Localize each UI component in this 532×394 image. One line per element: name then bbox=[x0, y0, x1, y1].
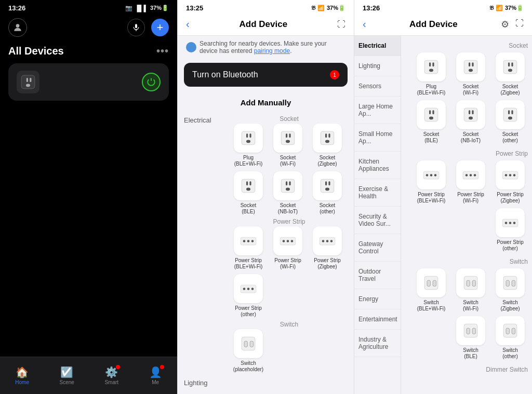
bottom-nav: 🏠 Home ☑️ Scene ⚙️ Smart 👤 Me bbox=[0, 357, 177, 394]
nav-smart[interactable]: ⚙️ Smart bbox=[104, 366, 118, 385]
svg-rect-12 bbox=[286, 133, 287, 138]
list-item[interactable]: Socket(Wi-Fi) bbox=[453, 52, 488, 96]
list-item[interactable]: Socket(BLE) bbox=[414, 100, 449, 144]
p3-sw-wifi-label: Switch(Wi-Fi) bbox=[463, 300, 478, 312]
list-item[interactable]: Socket(NB-IoT) bbox=[270, 171, 305, 215]
scene-icon: ☑️ bbox=[60, 366, 73, 378]
list-item[interactable]: Power Strip(BLE+Wi-Fi) bbox=[231, 226, 266, 270]
add-button[interactable]: + bbox=[151, 19, 169, 36]
expand-button-p2[interactable]: ⛶ bbox=[337, 20, 345, 29]
p3-nav-actions: ⚙ ⛶ bbox=[501, 19, 524, 30]
bluetooth-bar[interactable]: Turn on Bluetooth 1 bbox=[184, 63, 348, 87]
svg-rect-91 bbox=[427, 280, 430, 286]
back-button-p3[interactable]: ‹ bbox=[363, 18, 366, 30]
svg-rect-63 bbox=[429, 110, 431, 114]
list-item[interactable]: Switch(other) bbox=[493, 316, 528, 360]
list-item[interactable]: Switch(Wi-Fi) bbox=[453, 268, 488, 312]
svg-point-18 bbox=[325, 140, 329, 143]
socket-wifi-icon bbox=[273, 124, 302, 153]
list-item[interactable]: Switch(Zigbee) bbox=[493, 268, 528, 312]
me-badge-dot bbox=[160, 365, 164, 369]
sw-icon-1 bbox=[234, 329, 263, 358]
list-item[interactable]: Socket(NB-IoT) bbox=[453, 100, 488, 144]
sidebar-item-sensors[interactable]: Sensors bbox=[354, 76, 401, 97]
p3-powerstrip-label: Power Strip bbox=[405, 148, 528, 160]
p3-main: Socket Plug(BLE+Wi-Fi) Socket(Wi-Fi) bbox=[401, 36, 532, 394]
list-item[interactable]: Switch(BLE) bbox=[453, 316, 488, 360]
nav-smart-label: Smart bbox=[104, 379, 118, 385]
sidebar-item-gateway[interactable]: Gateway Control bbox=[354, 234, 401, 262]
list-item[interactable]: Switch(placeholder) bbox=[231, 329, 266, 373]
list-item[interactable]: Power Strip(other) bbox=[231, 274, 266, 318]
svg-point-22 bbox=[246, 188, 250, 191]
device-card[interactable] bbox=[8, 63, 169, 101]
list-item[interactable]: Socket(Zigbee) bbox=[310, 124, 345, 167]
svg-point-46 bbox=[251, 288, 254, 290]
svg-point-80 bbox=[470, 174, 472, 176]
list-item[interactable]: Power Strip(other) bbox=[493, 208, 528, 252]
p3-socket-other-label: Socket(other) bbox=[502, 131, 518, 144]
time-p1: 13:26 bbox=[8, 4, 25, 12]
sidebar-item-entertainment[interactable]: Entertainment bbox=[354, 309, 401, 330]
svg-point-32 bbox=[243, 240, 246, 242]
sidebar-item-energy[interactable]: Energy bbox=[354, 289, 401, 309]
svg-rect-101 bbox=[472, 328, 475, 334]
sidebar-item-kitchen[interactable]: Kitchen Appliances bbox=[354, 152, 401, 179]
sidebar-item-outdoor[interactable]: Outdoor Travel bbox=[354, 262, 401, 289]
svg-rect-94 bbox=[467, 280, 470, 286]
pairing-mode-link[interactable]: pairing mode bbox=[254, 47, 290, 55]
svg-rect-68 bbox=[472, 110, 473, 114]
p3-powerstrip-grid: Power Strip(BLE+Wi-Fi) Power Strip(Wi-Fi… bbox=[405, 160, 528, 204]
p3-socket-nbiot-icon bbox=[456, 100, 485, 129]
list-item[interactable]: Power Strip(Wi-Fi) bbox=[270, 226, 305, 270]
back-button-p2[interactable]: ‹ bbox=[186, 18, 190, 30]
ps-ble-wifi-label: Power Strip(BLE+Wi-Fi) bbox=[234, 257, 263, 270]
list-item[interactable]: Socket(BLE) bbox=[231, 171, 266, 215]
home-icon: 🏠 bbox=[16, 366, 29, 378]
wifi-icon-p2: 📶 bbox=[317, 5, 325, 11]
p3-sw-wifi-icon bbox=[456, 268, 485, 297]
p2-powerstrip-label: Power Strip bbox=[231, 215, 348, 226]
list-item[interactable]: Socket(other) bbox=[310, 171, 345, 215]
p3-powerstrip-grid-2: Power Strip(other) bbox=[405, 208, 528, 252]
p3-socket-wifi-label: Socket(Wi-Fi) bbox=[463, 84, 479, 96]
list-item[interactable]: Plug(BLE+Wi-Fi) bbox=[414, 52, 449, 96]
list-item[interactable]: Socket(other) bbox=[493, 100, 528, 144]
expand-button-p3[interactable]: ⛶ bbox=[515, 19, 524, 30]
status-bar-p2: 13:25 𝔅 📶 37%🔋 bbox=[178, 0, 354, 14]
time-p3: 13:26 bbox=[363, 4, 380, 12]
sidebar-item-large-home[interactable]: Large Home Ap... bbox=[354, 97, 401, 124]
settings-icon-p3[interactable]: ⚙ bbox=[501, 19, 509, 30]
list-item[interactable]: Plug(BLE+Wi-Fi) bbox=[231, 124, 266, 167]
list-item[interactable]: Socket(Zigbee) bbox=[493, 52, 528, 96]
list-item[interactable]: Socket(Wi-Fi) bbox=[270, 124, 305, 167]
list-item[interactable]: Power Strip(Zigbee) bbox=[310, 226, 345, 270]
p3-switch-label: Switch bbox=[405, 256, 528, 268]
p1-header: + bbox=[0, 14, 177, 43]
svg-rect-16 bbox=[325, 133, 327, 138]
power-button[interactable] bbox=[142, 73, 161, 91]
p3-sw-other-icon bbox=[496, 316, 525, 345]
nav-scene[interactable]: ☑️ Scene bbox=[60, 366, 74, 385]
sidebar-item-lighting[interactable]: Lighting bbox=[354, 56, 401, 76]
list-item[interactable]: Power Strip(Zigbee) bbox=[493, 160, 528, 204]
sidebar-item-industry[interactable]: Industry & Agriculture bbox=[354, 330, 401, 357]
status-bar-p1: 13:26 📷 ▐▌▌ 37%🔋 bbox=[0, 0, 177, 14]
sidebar-item-electrical[interactable]: Electrical bbox=[354, 36, 401, 56]
more-options-button[interactable]: ••• bbox=[156, 45, 169, 57]
sidebar-item-security[interactable]: Security & Video Sur... bbox=[354, 207, 401, 234]
p3-switch-grid-2: Switch(BLE) Switch(other) bbox=[405, 316, 528, 360]
p3-socket-grid: Plug(BLE+Wi-Fi) Socket(Wi-Fi) Socket(Zig… bbox=[405, 52, 528, 96]
nav-me[interactable]: 👤 Me bbox=[149, 366, 162, 385]
mic-button[interactable] bbox=[127, 19, 145, 36]
list-item[interactable]: Power Strip(BLE+Wi-Fi) bbox=[414, 160, 449, 204]
battery-p2: 37%🔋 bbox=[327, 5, 345, 11]
list-item[interactable]: Power Strip(Wi-Fi) bbox=[453, 160, 488, 204]
nav-home[interactable]: 🏠 Home bbox=[15, 366, 29, 385]
avatar[interactable] bbox=[8, 18, 27, 37]
sidebar-item-small-home[interactable]: Small Home Ap... bbox=[354, 124, 401, 152]
sidebar-item-exercise[interactable]: Exercise & Health bbox=[354, 179, 401, 207]
list-item[interactable]: Switch(BLE+Wi-Fi) bbox=[414, 268, 449, 312]
p2-switch-grid: Switch(placeholder) bbox=[231, 329, 348, 373]
svg-rect-49 bbox=[250, 341, 253, 347]
